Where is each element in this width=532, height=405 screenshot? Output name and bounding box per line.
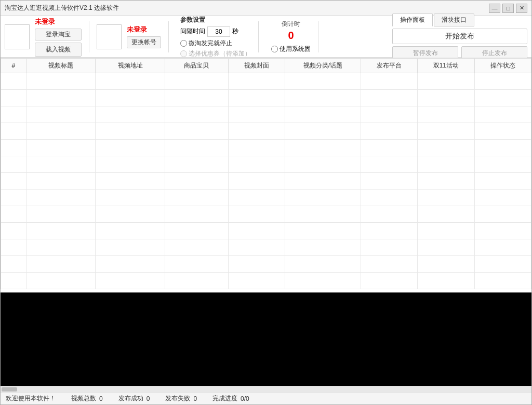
table-cell [165, 156, 228, 173]
total-count-item: 视频总数 0 [71, 394, 103, 403]
table-cell [228, 256, 285, 273]
change-account-button[interactable]: 更换帐号 [127, 36, 161, 48]
table-cell [26, 190, 96, 206]
interval-row: 间隔时间 秒 [180, 26, 251, 37]
radio-stop-after[interactable] [180, 40, 187, 47]
table-cell [1, 206, 26, 223]
table-cell [285, 173, 361, 190]
table-cell [285, 190, 361, 206]
table-cell [1, 156, 26, 173]
table-cell [26, 90, 96, 106]
account2-block [97, 24, 122, 49]
table-cell [361, 239, 417, 256]
table-row [1, 223, 531, 239]
table-cell [474, 206, 531, 223]
table-cell [285, 256, 361, 273]
table-cell [165, 206, 228, 223]
interval-label: 间隔时间 [180, 27, 205, 36]
col-header-7: 双11活动 [418, 59, 474, 73]
table-cell [1, 256, 26, 273]
horizontal-scrollbar[interactable] [1, 386, 531, 392]
table-cell [96, 206, 165, 223]
table-cell [474, 273, 531, 289]
table-cell [96, 273, 165, 289]
table-cell [285, 90, 361, 106]
login-taobao-button[interactable]: 登录淘宝 [35, 29, 82, 40]
table-cell [418, 90, 474, 106]
table-cell [1, 123, 26, 140]
use-system-row: 使用系统固 [271, 45, 311, 53]
progress-value: 0/0 [241, 395, 249, 402]
maximize-button[interactable]: □ [502, 4, 514, 13]
table-cell [228, 273, 285, 289]
table-row [1, 90, 531, 106]
table-cell [418, 190, 474, 206]
table-cell [285, 140, 361, 156]
scrollbar-thumb[interactable] [2, 387, 17, 392]
success-count-item: 发布成功 0 [118, 394, 150, 403]
progress-item: 完成进度 0/0 [212, 394, 249, 403]
start-publish-button[interactable]: 开始发布 [392, 29, 527, 44]
table-cell [96, 156, 165, 173]
video-preview [1, 292, 531, 386]
close-button[interactable]: ✕ [516, 4, 527, 13]
table-cell [285, 239, 361, 256]
col-header-1: 视频标题 [26, 59, 96, 73]
table-cell [474, 90, 531, 106]
countdown-value: 0 [288, 30, 294, 42]
table-cell [361, 173, 417, 190]
table-cell [96, 190, 165, 206]
separator1 [89, 21, 89, 52]
table-cell [228, 123, 285, 140]
table-cell [228, 90, 285, 106]
table-cell [361, 273, 417, 289]
table-cell [418, 223, 474, 239]
table-cell [165, 73, 228, 90]
table-cell [228, 190, 285, 206]
table-cell [26, 106, 96, 123]
account1-area: 未登录 登录淘宝 载入视频 [35, 17, 82, 57]
col-header-0: # [1, 59, 26, 73]
window-controls: — □ ✕ [489, 4, 527, 13]
table-cell [228, 106, 285, 123]
table-cell [228, 140, 285, 156]
table-row [1, 140, 531, 156]
table-row [1, 156, 531, 173]
params-section: 参数设置 间隔时间 秒 微淘发完就停止 选择优惠券（待添加） [180, 16, 251, 58]
fail-label: 发布失败 [165, 394, 190, 403]
table-cell [474, 223, 531, 239]
table-cell [165, 140, 228, 156]
tab-operation-panel[interactable]: 操作面板 [392, 14, 433, 26]
use-system-label: 使用系统固 [280, 45, 311, 53]
table-row [1, 106, 531, 123]
table-cell [474, 156, 531, 173]
interval-input[interactable] [207, 26, 230, 37]
account1-block [5, 24, 30, 49]
fail-value: 0 [193, 395, 197, 402]
table-cell [228, 239, 285, 256]
table-cell [474, 140, 531, 156]
account2-status-row: 未登录 [127, 25, 161, 34]
load-video-button[interactable]: 载入视频 [35, 43, 82, 57]
table-cell [26, 273, 96, 289]
use-system-radio[interactable] [271, 46, 278, 52]
table-cell [361, 206, 417, 223]
table-cell [26, 239, 96, 256]
radio-group: 微淘发完就停止 选择优惠券（待添加） [180, 39, 251, 58]
table-cell [285, 106, 361, 123]
account1-status: 未登录 [35, 17, 55, 26]
radio-coupon-label: 选择优惠券（待添加） [189, 49, 251, 58]
table-cell [26, 173, 96, 190]
table-cell [1, 90, 26, 106]
table-area: #视频标题视频地址商品宝贝视频封面视频分类/话题发布平台双11活动操作状态 [1, 58, 531, 292]
tab-slider-interface[interactable]: 滑块接口 [434, 14, 474, 26]
minimize-button[interactable]: — [489, 4, 500, 13]
main-table: #视频标题视频地址商品宝贝视频封面视频分类/话题发布平台双11活动操作状态 [1, 58, 531, 289]
table-header: #视频标题视频地址商品宝贝视频封面视频分类/话题发布平台双11活动操作状态 [1, 59, 531, 73]
table-cell [1, 106, 26, 123]
table-cell [418, 273, 474, 289]
table-cell [418, 156, 474, 173]
table-cell [361, 123, 417, 140]
table-cell [26, 256, 96, 273]
table-cell [96, 106, 165, 123]
